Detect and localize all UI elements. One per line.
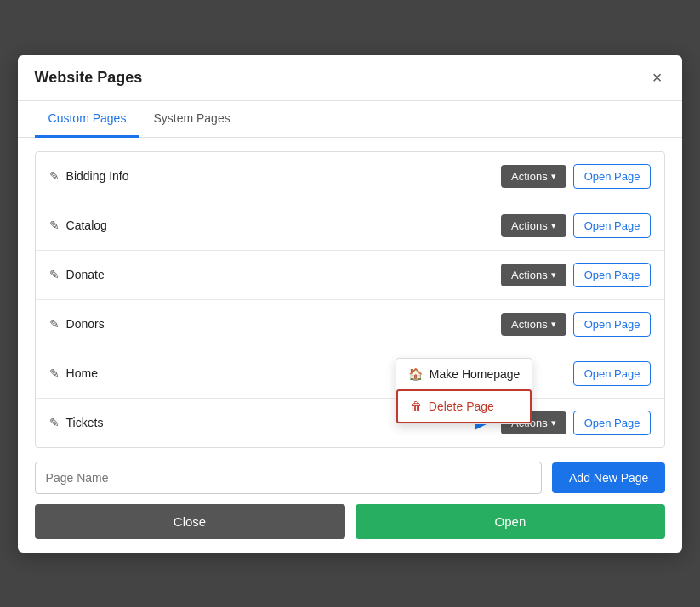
- page-name-tickets: ✎ Tickets: [49, 416, 104, 429]
- add-new-page-button[interactable]: Add New Page: [552, 462, 665, 493]
- table-row: ✎ Donate Actions Open Page: [36, 251, 665, 300]
- page-name-catalog: ✎ Catalog: [49, 218, 107, 232]
- dropdown-menu-home: 🏠 Make Homepage 🗑 Delete Page: [396, 358, 533, 424]
- open-page-button-home[interactable]: Open Page: [573, 361, 652, 386]
- row-actions-catalog: Actions Open Page: [501, 213, 651, 238]
- page-list: ✎ Bidding Info Actions Open Page ✎ Catal: [35, 151, 666, 448]
- modal-title: Website Pages: [35, 69, 143, 87]
- edit-icon: ✎: [49, 268, 60, 281]
- modal-tabs: Custom Pages System Pages: [18, 101, 683, 138]
- actions-button-bidding-info[interactable]: Actions: [501, 165, 566, 188]
- open-page-button-tickets[interactable]: Open Page: [573, 411, 652, 435]
- open-page-button-donors[interactable]: Open Page: [573, 312, 652, 337]
- open-page-button-bidding-info[interactable]: Open Page: [573, 164, 652, 189]
- page-name-donate: ✎ Donate: [49, 268, 105, 281]
- actions-button-catalog[interactable]: Actions: [501, 214, 566, 237]
- footer-inputs: Add New Page: [35, 462, 666, 494]
- dropdown-item-make-homepage[interactable]: 🏠 Make Homepage: [396, 359, 532, 389]
- open-page-button-catalog[interactable]: Open Page: [573, 213, 652, 238]
- page-name-home: ✎ Home: [49, 366, 98, 380]
- table-row: ✎ Catalog Actions Open Page: [36, 201, 665, 251]
- modal-overlay: Website Pages × Custom Pages System Page…: [0, 0, 700, 607]
- close-icon-button[interactable]: ×: [649, 69, 666, 86]
- modal-header: Website Pages ×: [18, 55, 683, 101]
- tab-system-pages[interactable]: System Pages: [139, 101, 243, 138]
- edit-icon: ✎: [49, 218, 60, 232]
- table-row: ✎ Bidding Info Actions Open Page: [36, 152, 665, 201]
- row-actions-bidding-info: Actions Open Page: [501, 164, 651, 189]
- page-name-bidding-info: ✎ Bidding Info: [49, 169, 129, 183]
- website-pages-modal: Website Pages × Custom Pages System Page…: [18, 55, 683, 553]
- table-row: ✎ Donors Actions Open Page: [36, 300, 665, 349]
- row-actions-donate: Actions Open Page: [501, 263, 651, 287]
- close-button[interactable]: Close: [35, 504, 345, 539]
- edit-icon: ✎: [49, 317, 60, 331]
- home-icon: 🏠: [408, 367, 423, 381]
- table-row: ✎ Tickets: [36, 399, 665, 447]
- edit-icon: ✎: [49, 366, 60, 380]
- tab-custom-pages[interactable]: Custom Pages: [35, 101, 140, 138]
- row-actions-donors: Actions Open Page: [501, 312, 651, 337]
- page-name-donors: ✎ Donors: [49, 317, 105, 331]
- dropdown-item-delete-page[interactable]: 🗑 Delete Page: [396, 389, 532, 423]
- edit-icon: ✎: [49, 416, 60, 429]
- open-page-button-donate[interactable]: Open Page: [573, 263, 652, 287]
- footer-buttons: Close Open: [35, 504, 666, 539]
- row-actions-home: Open Page: [573, 361, 652, 386]
- edit-icon: ✎: [49, 169, 60, 183]
- actions-button-donors[interactable]: Actions: [501, 313, 566, 336]
- modal-body: ✎ Bidding Info Actions Open Page ✎ Catal: [18, 151, 683, 539]
- table-row: ✎ Home 🏠 Make Homepage 🗑 Delete Page: [36, 349, 665, 399]
- open-button[interactable]: Open: [356, 504, 666, 539]
- page-name-input[interactable]: [35, 462, 542, 494]
- actions-button-donate[interactable]: Actions: [501, 264, 566, 286]
- trash-icon: 🗑: [410, 400, 422, 413]
